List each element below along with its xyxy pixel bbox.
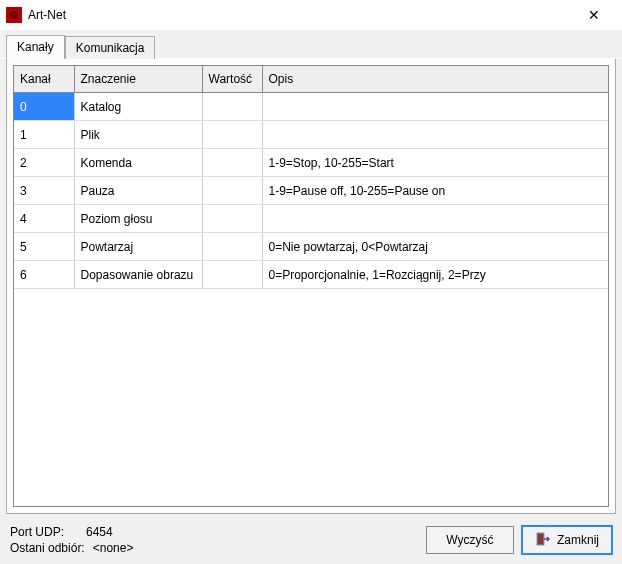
clear-button-label: Wyczyść xyxy=(446,533,493,547)
window-title: Art-Net xyxy=(28,8,574,22)
cell-wartosc[interactable] xyxy=(202,233,262,261)
tab-kanaly[interactable]: Kanały xyxy=(6,35,65,59)
tab-komunikacja[interactable]: Komunikacja xyxy=(65,36,156,59)
cell-znaczenie[interactable]: Dopasowanie obrazu xyxy=(74,261,202,289)
table-row[interactable]: 3 Pauza 1-9=Pause off, 10-255=Pause on xyxy=(14,177,608,205)
status-info: Port UDP: 6454 Ostani odbiór: <none> xyxy=(10,524,418,556)
close-icon[interactable]: ✕ xyxy=(574,7,614,23)
cell-opis[interactable]: 1-9=Pause off, 10-255=Pause on xyxy=(262,177,608,205)
cell-opis[interactable]: 1-9=Stop, 10-255=Start xyxy=(262,149,608,177)
cell-kanal[interactable]: 4 xyxy=(14,205,74,233)
table-row[interactable]: 1 Plik xyxy=(14,121,608,149)
port-udp-label: Port UDP: xyxy=(10,524,64,540)
cell-znaczenie[interactable]: Poziom głosu xyxy=(74,205,202,233)
cell-kanal[interactable]: 1 xyxy=(14,121,74,149)
table-header-row: Kanał Znaczenie Wartość Opis xyxy=(14,66,608,93)
cell-wartosc[interactable] xyxy=(202,205,262,233)
table-row[interactable]: 6 Dopasowanie obrazu 0=Proporcjonalnie, … xyxy=(14,261,608,289)
tab-strip: Kanały Komunikacja xyxy=(0,30,622,59)
col-header-kanal[interactable]: Kanał xyxy=(14,66,74,93)
port-udp-value: 6454 xyxy=(86,524,113,540)
exit-door-icon xyxy=(535,531,551,550)
cell-kanal[interactable]: 2 xyxy=(14,149,74,177)
last-receive-value: <none> xyxy=(93,540,134,556)
cell-znaczenie[interactable]: Plik xyxy=(74,121,202,149)
cell-wartosc[interactable] xyxy=(202,261,262,289)
close-button-label: Zamknij xyxy=(557,533,599,547)
titlebar: Art-Net ✕ xyxy=(0,0,622,30)
cell-opis[interactable] xyxy=(262,93,608,121)
cell-wartosc[interactable] xyxy=(202,121,262,149)
app-window: Art-Net ✕ Kanały Komunikacja Kanał Znacz… xyxy=(0,0,622,564)
table-body: 0 Katalog 1 Plik 2 Komenda xyxy=(14,93,608,289)
cell-wartosc[interactable] xyxy=(202,177,262,205)
cell-znaczenie[interactable]: Katalog xyxy=(74,93,202,121)
cell-kanal[interactable]: 5 xyxy=(14,233,74,261)
cell-wartosc[interactable] xyxy=(202,149,262,177)
col-header-opis[interactable]: Opis xyxy=(262,66,608,93)
cell-znaczenie[interactable]: Powtarzaj xyxy=(74,233,202,261)
table-row[interactable]: 0 Katalog xyxy=(14,93,608,121)
table-row[interactable]: 2 Komenda 1-9=Stop, 10-255=Start xyxy=(14,149,608,177)
status-bar: Port UDP: 6454 Ostani odbiór: <none> Wyc… xyxy=(0,520,622,564)
close-button[interactable]: Zamknij xyxy=(522,526,612,554)
cell-kanal[interactable]: 0 xyxy=(14,93,74,121)
table-row[interactable]: 4 Poziom głosu xyxy=(14,205,608,233)
channels-table-wrap: Kanał Znaczenie Wartość Opis 0 Katalog 1 xyxy=(13,65,609,507)
table-row[interactable]: 5 Powtarzaj 0=Nie powtarzaj, 0<Powtarzaj xyxy=(14,233,608,261)
cell-kanal[interactable]: 3 xyxy=(14,177,74,205)
last-receive-label: Ostani odbiór: xyxy=(10,540,85,556)
cell-opis[interactable] xyxy=(262,205,608,233)
col-header-znaczenie[interactable]: Znaczenie xyxy=(74,66,202,93)
cell-opis[interactable]: 0=Proporcjonalnie, 1=Rozciągnij, 2=Przy xyxy=(262,261,608,289)
cell-opis[interactable] xyxy=(262,121,608,149)
tab-panel-kanaly: Kanał Znaczenie Wartość Opis 0 Katalog 1 xyxy=(6,59,616,514)
app-icon xyxy=(6,7,22,23)
cell-opis[interactable]: 0=Nie powtarzaj, 0<Powtarzaj xyxy=(262,233,608,261)
channels-table: Kanał Znaczenie Wartość Opis 0 Katalog 1 xyxy=(14,66,608,289)
clear-button[interactable]: Wyczyść xyxy=(426,526,514,554)
cell-kanal[interactable]: 6 xyxy=(14,261,74,289)
cell-znaczenie[interactable]: Komenda xyxy=(74,149,202,177)
cell-znaczenie[interactable]: Pauza xyxy=(74,177,202,205)
svg-rect-1 xyxy=(538,534,543,544)
col-header-wartosc[interactable]: Wartość xyxy=(202,66,262,93)
cell-wartosc[interactable] xyxy=(202,93,262,121)
